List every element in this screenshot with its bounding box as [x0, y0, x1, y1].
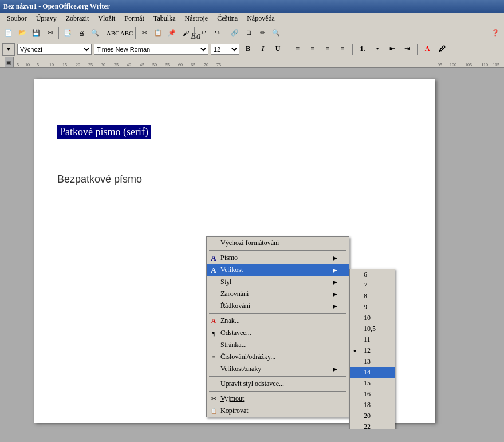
sep2 — [104, 27, 104, 39]
ctx-align[interactable]: Zarovnání ▶ — [207, 288, 349, 300]
style-select[interactable]: Výchozí — [17, 44, 92, 55]
ctx-page-label: Stránka... — [220, 341, 247, 349]
size-item-15[interactable]: 15 — [350, 378, 395, 389]
outdent-btn[interactable]: ⇤ — [386, 43, 399, 56]
ctx-list-label: Číslování/odrážky... — [220, 353, 275, 361]
help-icon[interactable]: ❓ — [489, 27, 502, 40]
ctx-char-icon: A — [209, 317, 218, 326]
menu-tabulka[interactable]: Tabulka — [149, 13, 180, 24]
align-left-btn[interactable]: ≡ — [292, 43, 304, 56]
indent-btn[interactable]: ⇥ — [401, 43, 414, 56]
print-btn[interactable]: 🖨 — [75, 27, 88, 40]
cut-btn[interactable]: ✂ — [138, 27, 151, 40]
redo-btn[interactable]: ↪ — [211, 27, 223, 40]
ctx-paragraph-icon: ¶ — [209, 329, 218, 338]
font-select[interactable]: Times New Roman — [94, 44, 208, 55]
new-btn[interactable]: 📄 — [2, 27, 15, 40]
ctx-copy-icon: 📋 — [209, 407, 218, 416]
align-justify-btn[interactable]: ≡ — [336, 43, 349, 56]
italic-btn[interactable]: I — [257, 43, 269, 56]
size-item-13[interactable]: 13 — [350, 356, 395, 367]
table-btn[interactable]: ⊞ — [242, 27, 255, 40]
ruler: ▣ 5 10 5 10 15 20 25 30 35 40 45 50 55 6… — [0, 57, 504, 68]
menu-format[interactable]: Formát — [120, 13, 149, 24]
save-btn[interactable]: 💾 — [30, 27, 42, 40]
ctx-cut[interactable]: ✂ Vyjmout — [207, 393, 349, 405]
context-menu: Výchozí formátování A Písmo ▶ A Velikost… — [206, 236, 349, 417]
ctx-char-label: Znak... — [220, 317, 240, 325]
ctx-copy[interactable]: 📋 Kopírovat — [207, 405, 349, 417]
style-icon: ▼ — [2, 43, 15, 56]
menu-zobrazit[interactable]: Zobrazit — [61, 13, 94, 24]
size-select[interactable]: 12 — [211, 44, 239, 55]
menu-napoveda[interactable]: Nápověda — [242, 13, 279, 24]
draw-btn[interactable]: ✏ — [256, 27, 269, 40]
ctx-default-format[interactable]: Výchozí formátování — [207, 237, 349, 249]
ctx-list[interactable]: ≡ Číslování/odrážky... — [207, 351, 349, 363]
preview-btn[interactable]: 🔍 — [89, 27, 101, 40]
sans-text: Bezpatkové písmo — [57, 173, 142, 185]
align-right-btn[interactable]: ≡ — [321, 43, 334, 56]
format-toolbar: ▼ Výchozí Times New Roman 12 B I U ≡ ≡ ≡… — [0, 41, 504, 57]
ctx-edit-style[interactable]: Upravit styl odstavce... — [207, 378, 349, 390]
ctx-sep4 — [209, 391, 346, 392]
pdf-btn[interactable]: 📑 — [61, 27, 74, 40]
hyperlink-btn[interactable]: 🔗 — [229, 27, 241, 40]
ctx-linespacing-arrow: ▶ — [333, 303, 337, 309]
size-item-22[interactable]: 22 — [350, 421, 395, 429]
size-item-8[interactable]: 8 — [350, 291, 395, 302]
format-btn[interactable]: 🖌 — [179, 27, 192, 40]
size-item-16[interactable]: 16 — [350, 389, 395, 400]
highlight-btn[interactable]: 🖊 — [436, 43, 448, 56]
ctx-size-icon: A — [209, 266, 218, 275]
ctx-sep1 — [209, 250, 346, 251]
bold-btn[interactable]: B — [242, 43, 254, 56]
underline-btn[interactable]: U — [271, 43, 284, 56]
ctx-linespacing[interactable]: Řádkování ▶ — [207, 300, 349, 312]
spell2-btn[interactable]: ABC — [120, 27, 133, 40]
title-text: Bez názvu1 - OpenOffice.org Writer — [3, 2, 110, 11]
sep1 — [58, 27, 59, 39]
size-item-14[interactable]: 14 — [350, 367, 395, 378]
menu-nastroje[interactable]: Nástroje — [180, 13, 212, 24]
menu-upravy[interactable]: Úpravy — [32, 13, 61, 24]
sep6 — [288, 44, 288, 55]
ctx-copy-label: Kopírovat — [220, 407, 249, 415]
ctx-page[interactable]: Stránka... — [207, 339, 349, 351]
ctx-paragraph[interactable]: ¶ Odstavec... — [207, 327, 349, 339]
size-item-7[interactable]: 7 — [350, 280, 395, 291]
paste-btn[interactable]: 📌 — [166, 27, 178, 40]
size-item-11[interactable]: 11 — [350, 334, 395, 345]
spell-btn[interactable]: ABC — [107, 27, 119, 40]
menu-vlozit[interactable]: Vložit — [93, 13, 120, 24]
font-color-btn[interactable]: A — [421, 43, 434, 56]
size-item-6[interactable]: 6 — [350, 269, 395, 280]
bullets-btn[interactable]: • — [371, 43, 384, 56]
ctx-paragraph-label: Odstavec... — [220, 329, 251, 337]
document-text: Patkové písmo (serif) Bezpatkové písmo — [34, 79, 435, 197]
size-item-20[interactable]: 20 — [350, 411, 395, 421]
numbering-btn[interactable]: 1. — [356, 43, 369, 56]
menu-cestina[interactable]: Čeština — [212, 13, 242, 24]
ruler-scale: 5 10 5 10 15 20 25 30 35 40 45 50 55 60 … — [14, 57, 499, 68]
open-btn[interactable]: 📂 — [16, 27, 29, 40]
ctx-size-chars[interactable]: Velikost/znaky ▶ — [207, 363, 349, 375]
ctx-align-arrow: ▶ — [333, 291, 337, 297]
size-item-10-5[interactable]: 10,5 — [350, 323, 395, 334]
align-center-btn[interactable]: ≡ — [306, 43, 319, 56]
size-item-12[interactable]: 12 — [350, 345, 395, 356]
size-item-10[interactable]: 10 — [350, 313, 395, 323]
ctx-cut-label: Vyjmout — [220, 394, 244, 403]
ctx-list-icon: ≡ — [209, 353, 218, 362]
menu-soubor[interactable]: Soubor — [2, 13, 32, 24]
copy-btn[interactable]: 📋 — [152, 27, 164, 40]
ctx-font[interactable]: A Písmo ▶ — [207, 252, 349, 264]
email-btn[interactable]: ✉ — [44, 27, 56, 40]
ctx-char[interactable]: A Znak... — [207, 315, 349, 327]
size-item-9[interactable]: 9 — [350, 302, 395, 313]
sep5 — [226, 27, 226, 39]
size-item-18[interactable]: 18 — [350, 400, 395, 411]
findbar-btn[interactable]: 🔍 — [270, 27, 282, 40]
ctx-style[interactable]: Styl ▶ — [207, 276, 349, 288]
ctx-size[interactable]: A Velikost ▶ — [207, 264, 349, 276]
